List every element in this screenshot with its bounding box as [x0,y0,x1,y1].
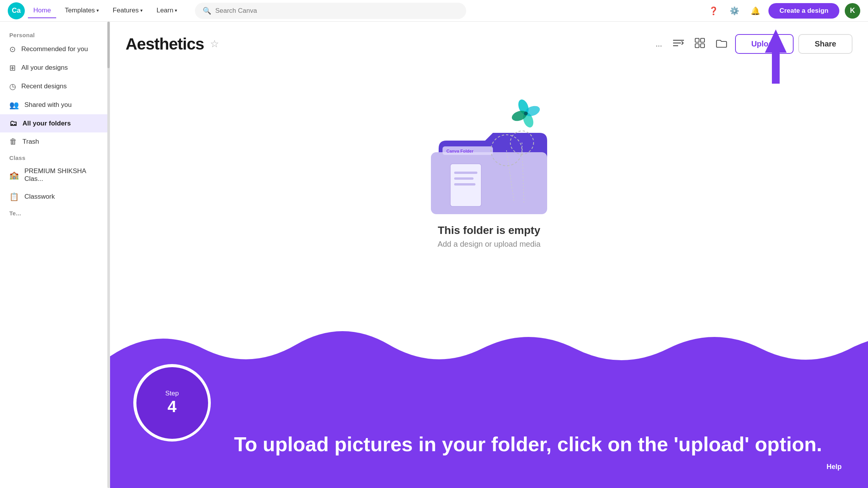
search-icon: 🔍 [203,7,211,15]
tutorial-overlay: Step 4 To upload pictures in your folder… [110,287,868,488]
avatar[interactable]: K [845,3,860,19]
grid-view-button[interactable] [692,35,708,53]
folder-header: Aesthetics ☆ ... [126,34,852,54]
nav-home[interactable]: Home [28,3,56,18]
svg-rect-6 [701,44,704,48]
shared-icon: 👥 [9,100,19,110]
sort-button[interactable] [670,36,687,52]
folder-view-button[interactable] [713,35,730,53]
more-options-button[interactable]: ... [653,36,665,52]
sidebar-item-label: All your folders [22,120,71,127]
svg-rect-4 [701,38,704,42]
share-button[interactable]: Share [798,34,852,54]
sidebar-item-label: Shared with you [24,101,72,109]
sidebar-item-label: Recent designs [21,82,67,90]
step-circle-inner: Step 4 [136,367,208,439]
main-content: Aesthetics ☆ ... [110,22,868,488]
nav-features[interactable]: Features ▾ [107,3,148,18]
star-icon[interactable]: ☆ [210,38,219,50]
upload-arrow [765,29,787,84]
sidebar-item-label: Recommended for you [21,45,88,53]
nav-templates[interactable]: Templates ▾ [59,3,104,18]
step-label: Step [165,390,179,397]
folders-icon: 🗂 [9,119,17,128]
canva-logo[interactable]: Ca [8,2,25,19]
logo-text: Ca [12,7,21,15]
recommended-icon: ⊙ [9,45,16,54]
sidebar-team-label: Te... [0,206,110,218]
svg-rect-10 [454,177,474,180]
nav-learn[interactable]: Learn ▾ [151,3,183,18]
sidebar-item-classwork[interactable]: 📋 Classwork [0,187,110,206]
sidebar-scrollbar-thumb [107,22,110,68]
svg-rect-5 [695,44,699,48]
search-bar: 🔍 [195,3,466,19]
folder-illustration: Canva Folder [408,86,570,218]
arrow-head-icon [765,29,787,53]
step-number: 4 [167,397,176,416]
arrow-shaft-icon [772,53,780,84]
sidebar-item-label: PREMIUM SHIKSHA Clas... [24,167,100,183]
sidebar-item-premium[interactable]: 🏫 PREMIUM SHIKSHA Clas... [0,163,110,187]
empty-folder-title: This folder is empty [438,224,541,237]
topnav: Ca Home Templates ▾ Features ▾ Learn ▾ 🔍… [0,0,868,22]
svg-rect-3 [695,38,699,42]
all-designs-icon: ⊞ [9,63,16,72]
svg-rect-11 [454,183,475,186]
sidebar-item-all-designs[interactable]: ⊞ All your designs [0,58,110,77]
step-circle: Step 4 [133,364,211,442]
svg-rect-9 [454,172,477,174]
sidebar-class-label: Class [0,151,110,163]
svg-rect-7 [431,152,547,214]
templates-chevron-icon: ▾ [96,8,99,13]
sidebar-item-trash[interactable]: 🗑 Trash [0,132,110,151]
help-button[interactable]: Help [816,457,852,476]
learn-chevron-icon: ▾ [175,8,177,13]
sidebar-item-label: Trash [22,138,39,146]
recent-icon: ◷ [9,82,16,91]
sidebar-personal-label: Personal [0,28,110,40]
sidebar-item-recommended[interactable]: ⊙ Recommended for you [0,40,110,58]
empty-folder-subtitle: Add a design or upload media [437,240,541,249]
wave-svg [110,287,868,488]
sidebar-item-shared[interactable]: 👥 Shared with you [0,96,110,114]
sidebar-item-recent[interactable]: ◷ Recent designs [0,77,110,96]
notifications-icon-btn[interactable]: 🔔 [747,3,763,19]
features-chevron-icon: ▾ [140,8,143,13]
page-title: Aesthetics [126,35,204,53]
folder-actions: ... [653,34,852,54]
nav-right-actions: ❓ ⚙️ 🔔 Create a design K [706,3,860,19]
sidebar-item-folders[interactable]: 🗂 All your folders [0,114,110,132]
help-icon-btn[interactable]: ❓ [706,3,721,19]
app-body: Personal ⊙ Recommended for you ⊞ All you… [0,22,868,488]
trash-icon: 🗑 [9,137,17,146]
search-input[interactable] [215,7,458,15]
sidebar-scrollbar[interactable] [107,22,110,488]
settings-icon-btn[interactable]: ⚙️ [727,3,742,19]
premium-icon: 🏫 [9,170,19,180]
sidebar-item-label: Classwork [24,193,55,201]
create-design-button[interactable]: Create a design [768,3,839,19]
sidebar-item-label: All your designs [21,64,68,72]
empty-folder-area: Canva Folder This folder is empty Add a … [126,63,852,264]
step-instruction: To upload pictures in your folder, click… [234,432,822,457]
classwork-icon: 📋 [9,192,19,201]
svg-text:Canva Folder: Canva Folder [446,149,474,153]
sidebar: Personal ⊙ Recommended for you ⊞ All you… [0,22,110,488]
